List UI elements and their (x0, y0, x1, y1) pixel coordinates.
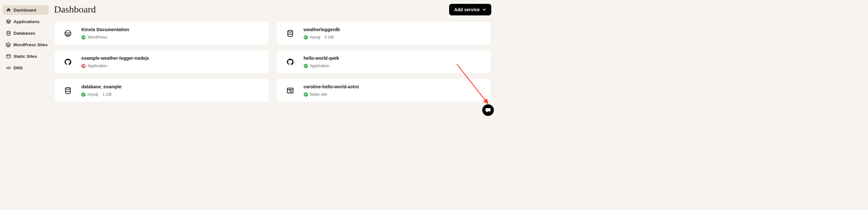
sidebar-item-dns[interactable]: DNS (3, 63, 49, 73)
service-card[interactable]: Kinsta Documentation WordPress (54, 21, 269, 45)
sidebar-item-label: WordPress Sites (13, 42, 48, 47)
database-icon (285, 28, 295, 38)
sidebar-item-label: DNS (13, 66, 23, 70)
github-icon (285, 57, 295, 67)
layers-icon (6, 19, 11, 24)
status-badge: WordPress (82, 35, 107, 39)
chevron-down-icon (482, 8, 486, 11)
sidebar-item-label: Applications (13, 19, 39, 24)
wordpress-icon (63, 28, 73, 38)
card-title: database_example (82, 84, 122, 89)
add-service-button[interactable]: Add service (449, 4, 491, 15)
dns-icon (6, 65, 11, 70)
status-badge: Application (82, 64, 107, 68)
card-type: WordPress (88, 35, 107, 39)
card-title: Kinsta Documentation (82, 27, 129, 32)
card-type: Static site (310, 92, 327, 97)
browser-icon (6, 54, 11, 59)
sidebar: Dashboard Applications Databases WordPre… (0, 0, 51, 120)
service-card[interactable]: weatherloggerdb mysql 5 GB (276, 21, 492, 45)
card-title: weatherloggerdb (304, 27, 340, 32)
sidebar-item-static-sites[interactable]: Static Sites (3, 51, 49, 61)
status-badge: Application (304, 64, 330, 68)
status-ok-icon (82, 93, 86, 97)
main: Dashboard Add service Kinsta Documentati… (51, 0, 498, 120)
chat-launcher-button[interactable] (482, 104, 494, 116)
card-title: example-weather-logger-nodejs (82, 56, 149, 61)
sidebar-item-applications[interactable]: Applications (3, 17, 49, 26)
sidebar-item-wordpress-sites[interactable]: WordPress Sites (3, 40, 49, 49)
github-icon (63, 57, 73, 67)
card-size: 5 GB (324, 35, 334, 39)
home-icon (6, 7, 11, 12)
service-card[interactable]: example-weather-logger-nodejs Applicatio… (54, 50, 269, 74)
card-type: Application (310, 64, 330, 68)
page-title: Dashboard (54, 4, 96, 15)
card-size: 1 GB (103, 92, 112, 97)
sidebar-item-databases[interactable]: Databases (3, 28, 49, 38)
database-icon (6, 31, 11, 36)
card-type: mysql (310, 35, 320, 39)
sidebar-item-label: Static Sites (13, 54, 37, 59)
status-ok-icon (304, 93, 308, 97)
card-type: mysql (88, 92, 98, 97)
card-title: caroline-hello-world-astro (304, 84, 359, 89)
sidebar-item-dashboard[interactable]: Dashboard (3, 5, 49, 15)
add-service-label: Add service (454, 7, 480, 12)
status-ok-icon (304, 64, 308, 68)
status-error-icon (82, 64, 86, 68)
status-badge: Static site (304, 92, 327, 97)
service-card[interactable]: hello-world-qwik Application (276, 50, 492, 74)
sidebar-item-label: Dashboard (13, 8, 36, 12)
status-badge: mysql (304, 35, 320, 39)
database-icon (63, 85, 73, 96)
service-card[interactable]: caroline-hello-world-astro Static site (276, 78, 492, 102)
status-ok-icon (82, 35, 86, 39)
sidebar-item-label: Databases (13, 31, 35, 36)
card-type: Application (88, 64, 107, 68)
service-grid: Kinsta Documentation WordPress weatherlo… (54, 21, 491, 102)
static-site-icon (285, 85, 295, 96)
status-ok-icon (304, 35, 308, 39)
chat-icon (485, 107, 491, 113)
service-card[interactable]: database_example mysql 1 GB (54, 78, 269, 102)
wordpress-icon (6, 42, 11, 47)
header: Dashboard Add service (54, 4, 491, 15)
status-badge: mysql (82, 92, 98, 97)
card-title: hello-world-qwik (304, 56, 339, 61)
